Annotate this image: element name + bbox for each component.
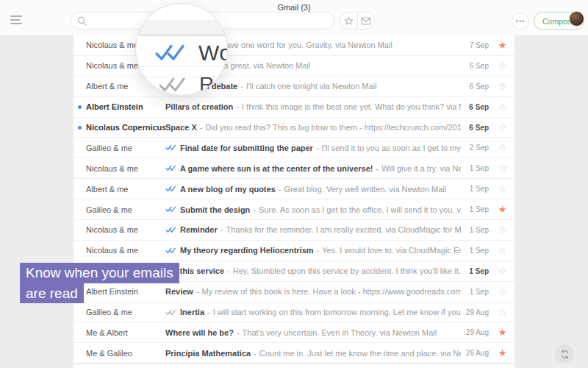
email-subject: Inertia	[180, 308, 204, 316]
star-toggle[interactable]: ☆	[490, 82, 514, 91]
email-sender: Galileo & me	[74, 144, 165, 152]
email-subject-area: A game where sun is at the center of the…	[165, 164, 461, 173]
star-icon	[344, 16, 354, 26]
email-date: 1 Sep	[461, 205, 490, 213]
email-subject: Reminder	[180, 225, 218, 234]
email-date: 6 Sep	[461, 62, 490, 70]
email-preview: My review of this book is here. Have a l…	[202, 287, 461, 296]
email-row[interactable]: Nicolaus CopernicusSpace X-Did you read …	[74, 118, 514, 138]
email-date: 1 Sep	[461, 164, 490, 172]
starred-filter-button[interactable]	[340, 13, 357, 29]
star-toggle[interactable]: ☆	[490, 163, 514, 173]
star-toggle[interactable]: ★	[490, 348, 514, 358]
email-sender: Nicolaus & me	[74, 246, 165, 255]
magnified-searchbar-edge	[135, 20, 228, 36]
email-list: Nicolaus & meI have one word for you. Gr…	[74, 35, 514, 368]
email-date: 26 Aug	[461, 349, 490, 357]
promo-banner-line2: are read	[20, 283, 84, 303]
email-subject-area: Principia Mathematica-Count me in. Just …	[165, 349, 461, 358]
email-preview: I will start working on this from tomorr…	[213, 308, 461, 316]
avatar[interactable]	[569, 11, 584, 26]
email-row[interactable]: Galileo & me Final date for submitting t…	[74, 138, 514, 158]
email-preview: Yes. I would love to. via CloudMagic Ema…	[322, 246, 461, 255]
email-date: 1 Sep	[461, 185, 490, 193]
email-sender: Nicolaus & me	[74, 225, 165, 234]
email-preview: I have one word for you. Gravity. via Ne…	[217, 40, 392, 49]
double-check-icon	[165, 227, 176, 233]
email-row[interactable]: Galileo & me Inertia-I will start workin…	[74, 302, 514, 323]
email-row-partial	[74, 364, 514, 368]
email-row[interactable]: Galileo & me Submit the design-Sure. As …	[74, 199, 514, 220]
email-row[interactable]: Me & AlbertWhere will he be?-That's very…	[74, 322, 514, 343]
email-row[interactable]: Albert & me A new blog of my quotes-Grea…	[74, 179, 514, 199]
header-bar: Gmail (3) •••	[0, 0, 588, 35]
star-toggle[interactable]: ☆	[490, 266, 514, 276]
email-subject: Review	[165, 287, 193, 296]
double-check-icon	[165, 165, 176, 171]
star-toggle[interactable]: ☆	[490, 123, 514, 132]
email-subject-area: Review-My review of this book is here. H…	[165, 287, 461, 296]
star-toggle[interactable]: ★	[490, 328, 514, 337]
star-toggle[interactable]: ★	[490, 205, 514, 214]
email-subject-area: A new blog of my quotes-Great blog. Very…	[165, 185, 461, 194]
email-sender: Albert Einstein	[74, 287, 165, 296]
double-check-icon	[165, 247, 176, 254]
email-row[interactable]: Nicolaus & me A game where sun is at the…	[74, 158, 514, 179]
email-preview: Did you read this? This is big blow to t…	[205, 123, 461, 132]
email-subject: Principia Mathematica	[165, 349, 251, 358]
search-icon	[77, 16, 87, 26]
email-subject: A new blog of my quotes	[180, 185, 276, 194]
email-date: 2 Sep	[461, 144, 490, 152]
email-subject-area: Inertia-I will start working on this fro…	[165, 308, 461, 316]
sync-button[interactable]	[555, 344, 574, 364]
email-date: 1 Sep	[461, 267, 490, 275]
star-toggle[interactable]: ★	[490, 40, 514, 50]
email-preview: I'll catch one tonight via Newton Mail	[246, 82, 377, 91]
star-toggle[interactable]: ☆	[490, 102, 514, 112]
magnified-subject-fragment: Wou	[198, 40, 228, 66]
email-row[interactable]: Albert & men debate-I'll catch one tonig…	[74, 77, 514, 97]
email-row[interactable]: Albert EinsteinPillars of creation-I thi…	[74, 97, 514, 118]
email-preview: I think this image is the best one yet. …	[242, 102, 461, 111]
email-subject-area: Where will he be?-That's very uncertain.…	[165, 328, 461, 337]
email-subject-area: My theory regarding Heliocentrism-Yes. I…	[165, 246, 461, 255]
email-date: 6 Sep	[461, 103, 490, 111]
email-sender: Galileo & me	[74, 308, 165, 316]
star-toggle[interactable]: ☆	[490, 287, 514, 297]
star-toggle[interactable]: ☆	[490, 61, 514, 71]
email-preview: was great. via Newton Mail	[214, 61, 310, 70]
email-subject: My theory regarding Heliocentrism	[180, 246, 314, 255]
double-check-icon	[165, 309, 176, 316]
email-date: 1 Sep	[461, 226, 490, 234]
email-sender: Albert & me	[74, 185, 165, 194]
email-subject-area: Pillars of creation-I think this image i…	[165, 102, 461, 111]
ellipsis-icon: •••	[516, 18, 525, 25]
star-toggle[interactable]: ☆	[490, 225, 514, 235]
email-row[interactable]: Me & GalileoPrincipia Mathematica-Count …	[74, 343, 514, 364]
star-toggle[interactable]: ☆	[490, 308, 514, 317]
email-preview: Hey, Stumbled upon this service by accid…	[233, 266, 461, 275]
email-sender: Galileo & me	[74, 205, 165, 214]
double-check-icon-blue-large	[154, 43, 187, 63]
email-subject-area: Reminder-Thanks for the reminder. I am r…	[165, 225, 461, 234]
double-check-icon-gray-large	[158, 77, 187, 93]
email-row[interactable]: Albert EinsteinReview-My review of this …	[74, 282, 514, 302]
email-date: 1 Sep	[461, 247, 490, 255]
email-row[interactable]: Nicolaus & me My theory regarding Helioc…	[74, 241, 514, 261]
page-title: Gmail (3)	[0, 3, 588, 12]
email-preview: Great blog. Very well written. via Newto…	[284, 185, 446, 194]
star-toggle[interactable]: ☆	[490, 143, 514, 152]
star-toggle[interactable]: ☆	[490, 184, 514, 194]
more-options-button[interactable]: •••	[512, 13, 529, 30]
email-preview: I'll send it to you as soon as I get to …	[322, 144, 461, 152]
email-date: 29 Aug	[461, 328, 490, 336]
email-date: 6 Sep	[461, 82, 490, 91]
magnified-read-receipt-row: Wou	[154, 40, 228, 66]
email-row[interactable]: Nicolaus & me Reminder-Thanks for the re…	[74, 220, 514, 241]
unread-filter-button[interactable]	[357, 13, 374, 29]
email-preview: Will give it a try. via Newton Mail	[381, 164, 461, 173]
hamburger-menu-icon[interactable]	[10, 15, 24, 24]
email-sender: Nicolaus Copernicus	[74, 123, 165, 132]
email-date: 7 Sep	[461, 41, 490, 49]
star-toggle[interactable]: ☆	[490, 246, 514, 255]
